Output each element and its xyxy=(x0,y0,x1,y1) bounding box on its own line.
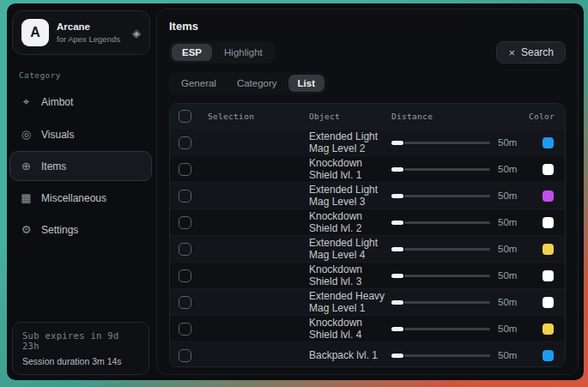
search-button-label: Search xyxy=(521,46,554,58)
row-checkbox[interactable] xyxy=(179,190,191,203)
table-header: Selection Object Distance Color xyxy=(170,104,565,129)
main-content: Items ESP Highlight × Search General Cat… xyxy=(155,3,584,380)
distance-slider[interactable] xyxy=(391,327,490,331)
row-checkbox[interactable] xyxy=(179,216,191,229)
distance-slider[interactable] xyxy=(391,247,490,251)
distance-slider[interactable] xyxy=(391,274,490,278)
row-checkbox[interactable] xyxy=(179,296,191,309)
sidebar-item-visuals[interactable]: ◎ Visuals xyxy=(9,119,152,149)
slider-thumb[interactable] xyxy=(391,354,403,358)
slider-thumb[interactable] xyxy=(391,167,403,172)
color-swatch[interactable] xyxy=(543,164,554,175)
tab-category[interactable]: Category xyxy=(227,75,287,92)
slider-thumb[interactable] xyxy=(391,327,403,331)
category-section-label: Category xyxy=(19,70,142,80)
items-panel: Items ESP Highlight × Search General Cat… xyxy=(156,9,579,375)
search-button[interactable]: × Search xyxy=(496,41,566,63)
app-window: A Arcane for Apex Legends ◈ Category ⌖ A… xyxy=(7,3,584,380)
distance-value: 50m xyxy=(498,324,522,334)
mode-segmented-control: ESP Highlight xyxy=(169,41,276,63)
color-swatch[interactable] xyxy=(543,324,554,335)
slider-track xyxy=(404,221,490,224)
app-logo: A xyxy=(21,19,49,46)
column-header-selection: Selection xyxy=(208,112,309,121)
sidebar-item-items[interactable]: ⊕ Items xyxy=(9,151,152,181)
emblem-icon[interactable]: ◈ xyxy=(132,27,141,39)
sidebar-item-label: Miscellaneous xyxy=(41,192,106,204)
eye-icon: ◎ xyxy=(20,128,33,141)
session-duration-text: Session duration 3m 14s xyxy=(22,356,139,366)
app-name: Arcane xyxy=(57,21,120,32)
table-row: Knockdown Shield lvl. 3 50m xyxy=(170,262,565,288)
object-name: Extended Heavy Mag Level 1 xyxy=(309,290,391,314)
row-checkbox[interactable] xyxy=(179,349,191,362)
distance-value: 50m xyxy=(498,270,522,281)
color-swatch[interactable] xyxy=(543,217,554,228)
object-name: Extended Light Mag Level 3 xyxy=(309,184,391,208)
distance-slider[interactable] xyxy=(391,300,490,305)
distance-slider[interactable] xyxy=(391,167,490,172)
item-box-icon: ⊕ xyxy=(20,160,33,172)
app-logo-card: A Arcane for Apex Legends ◈ xyxy=(12,10,150,55)
object-name: Knockdown Shield lvl. 4 xyxy=(309,317,391,341)
object-name: Extended Light Mag Level 4 xyxy=(309,237,391,261)
color-swatch[interactable] xyxy=(543,244,554,255)
sidebar-item-label: Settings xyxy=(41,224,78,236)
tab-esp[interactable]: ESP xyxy=(172,44,212,61)
slider-thumb[interactable] xyxy=(391,221,403,225)
slider-track xyxy=(404,354,490,357)
slider-thumb[interactable] xyxy=(391,300,403,305)
slider-thumb[interactable] xyxy=(391,194,403,198)
slider-thumb[interactable] xyxy=(391,141,403,145)
distance-value: 50m xyxy=(498,190,522,201)
color-swatch[interactable] xyxy=(543,297,554,308)
slider-track xyxy=(404,275,490,277)
row-checkbox[interactable] xyxy=(179,136,191,149)
table-row: Knockdown Shield lvl. 2 50m xyxy=(170,209,565,235)
sidebar-item-settings[interactable]: ⚙ Settings xyxy=(9,215,152,245)
row-checkbox[interactable] xyxy=(179,323,191,336)
sidebar: A Arcane for Apex Legends ◈ Category ⌖ A… xyxy=(7,3,155,380)
view-tabs: General Category List xyxy=(169,72,327,94)
column-header-distance: Distance xyxy=(391,112,522,121)
column-header-object: Object xyxy=(309,112,391,121)
gear-icon: ⚙ xyxy=(20,223,33,236)
distance-value: 50m xyxy=(498,297,522,307)
color-swatch[interactable] xyxy=(543,270,554,281)
column-header-color: Color xyxy=(522,112,556,121)
sidebar-item-aimbot[interactable]: ⌖ Aimbot xyxy=(9,87,152,118)
distance-slider[interactable] xyxy=(391,221,490,225)
color-swatch[interactable] xyxy=(543,137,554,148)
distance-slider[interactable] xyxy=(391,354,490,358)
distance-value: 50m xyxy=(498,137,522,148)
row-checkbox[interactable] xyxy=(179,269,191,282)
object-name: Backpack lvl. 1 xyxy=(309,349,391,361)
table-row: Extended Light Mag Level 4 50m xyxy=(170,235,565,262)
distance-slider[interactable] xyxy=(391,194,490,198)
row-checkbox[interactable] xyxy=(179,163,191,176)
tab-list[interactable]: List xyxy=(288,75,324,92)
table-row: Knockdown Shield lvl. 1 50m xyxy=(170,155,565,182)
slider-thumb[interactable] xyxy=(391,274,403,278)
sidebar-item-label: Items xyxy=(41,160,66,172)
slider-track xyxy=(404,195,490,197)
select-all-checkbox[interactable] xyxy=(179,110,191,123)
color-swatch[interactable] xyxy=(543,190,554,202)
sidebar-item-miscellaneous[interactable]: ▦ Miscellaneous xyxy=(9,183,152,213)
tab-general[interactable]: General xyxy=(172,75,226,92)
distance-slider[interactable] xyxy=(391,141,490,145)
slider-track xyxy=(404,248,490,251)
table-body: Extended Light Mag Level 2 50m Knockdown… xyxy=(170,129,565,367)
page-title: Items xyxy=(169,20,566,33)
table-row: Knockdown Shield lvl. 4 50m xyxy=(170,315,565,342)
distance-value: 50m xyxy=(498,350,522,360)
table-row: Backpack lvl. 1 50m xyxy=(170,342,565,367)
slider-track xyxy=(404,301,490,304)
distance-value: 50m xyxy=(498,244,522,254)
slider-thumb[interactable] xyxy=(391,247,403,251)
object-name: Extended Light Mag Level 2 xyxy=(309,130,391,154)
row-checkbox[interactable] xyxy=(179,243,191,256)
color-swatch[interactable] xyxy=(543,350,554,361)
tab-highlight[interactable]: Highlight xyxy=(214,44,273,61)
slider-track xyxy=(404,328,490,330)
